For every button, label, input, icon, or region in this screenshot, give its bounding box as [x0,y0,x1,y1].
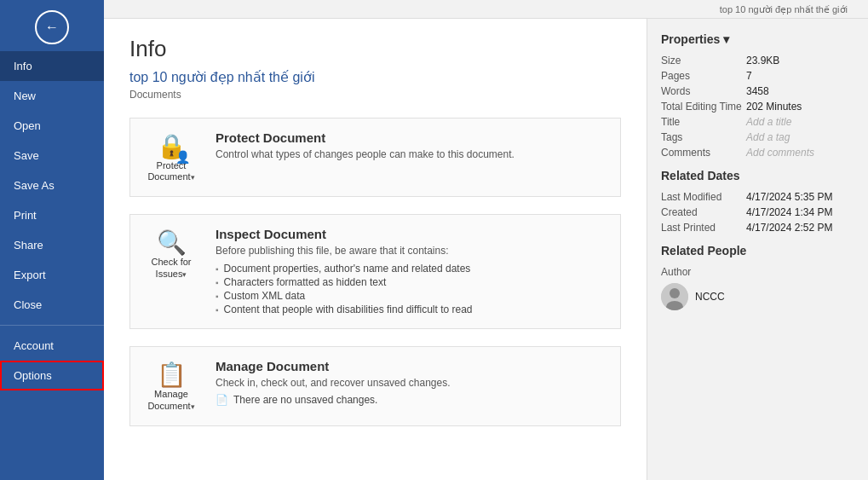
bullet-item: Custom XML data [216,289,603,303]
prop-row-comments: Comments Add comments [661,147,854,159]
top-bar: top 10 người đẹp nhất thế giới [104,0,868,19]
manage-title: Manage Document [216,359,603,373]
prop-value-last-printed: 4/17/2024 2:52 PM [746,222,832,234]
protect-desc: Control what types of changes people can… [216,148,603,160]
sidebar-item-close[interactable]: Close [0,290,104,320]
lock-icon-wrapper: 🔒 👤 [157,132,187,160]
sidebar-item-options[interactable]: Options [0,361,104,390]
prop-label-last-printed: Last Printed [661,222,746,234]
prop-row-last-modified: Last Modified 4/17/2024 5:35 PM [661,191,854,203]
sidebar-item-new[interactable]: New [0,81,104,111]
prop-row-tags: Tags Add a tag [661,131,854,143]
back-button[interactable]: ← [35,10,69,44]
prop-label-pages: Pages [661,70,746,82]
document-name: top 10 người đẹp nhất thế giới [129,69,621,85]
manage-note: There are no unsaved changes. [233,394,377,406]
prop-value-size: 23.9KB [746,55,779,67]
prop-value-created: 4/17/2024 1:34 PM [746,206,832,218]
person-on-lock-icon: 👤 [175,150,190,164]
inspect-section: 🔍 Check forIssues▾ Inspect Document Befo… [129,214,621,329]
prop-label-last-modified: Last Modified [661,191,746,203]
inspect-desc: Before publishing this file, be aware th… [216,245,603,257]
info-panel: Info top 10 người đẹp nhất thế giới Docu… [104,19,647,480]
properties-panel: Properties ▾ Size 23.9KB Pages 7 Words 3… [647,19,868,480]
properties-title: Properties ▾ [661,32,854,46]
prop-row-words: Words 3458 [661,85,854,97]
author-name: NCCC [695,291,725,303]
inspect-icon-label: Check forIssues▾ [151,257,191,279]
manage-desc: Check in, check out, and recover unsaved… [216,377,603,389]
sidebar-item-share[interactable]: Share [0,230,104,260]
prop-value-comments[interactable]: Add comments [746,147,814,159]
sidebar-item-save[interactable]: Save [0,141,104,171]
prop-label-created: Created [661,206,746,218]
bullet-item: Document properties, author's name and r… [216,262,603,275]
prop-label-editing-time: Total Editing Time [661,101,746,113]
sidebar-item-export[interactable]: Export [0,260,104,290]
sidebar-item-save-as[interactable]: Save As [0,171,104,200]
protect-body: Protect Document Control what types of c… [205,125,613,171]
prop-value-words: 3458 [746,85,769,97]
prop-row-author: Author [661,266,854,278]
protect-section: 🔒 👤 ProtectDocument▾ Protect Document Co… [129,118,621,197]
related-people-title: Related People [661,244,854,257]
prop-label-comments: Comments [661,147,746,159]
main-content: top 10 người đẹp nhất thế giới Info top … [104,0,868,480]
manage-icon-label: ManageDocument▾ [147,389,194,411]
avatar [661,283,688,310]
bullet-item: Content that people with disabilities fi… [216,303,603,316]
sidebar-item-open[interactable]: Open [0,111,104,141]
page-title: Info [129,36,621,62]
manage-section: 📋 ManageDocument▾ Manage Document Check … [129,346,621,425]
manage-icon-area[interactable]: 📋 ManageDocument▾ [137,354,205,418]
sidebar-item-account[interactable]: Account [0,331,104,361]
manage-note-icon: 📄 [216,394,228,406]
author-row: NCCC [661,283,854,310]
sidebar-divider [0,325,104,326]
bullet-item: Characters formatted as hidden text [216,275,603,289]
related-dates-title: Related Dates [661,169,854,182]
prop-value-editing-time: 202 Minutes [746,101,802,113]
breadcrumb-text: top 10 người đẹp nhất thế giới [720,4,848,14]
protect-title: Protect Document [216,130,603,145]
prop-row-editing-time: Total Editing Time 202 Minutes [661,101,854,113]
svg-point-1 [670,288,680,298]
protect-icon-area[interactable]: 🔒 👤 ProtectDocument▾ [137,125,205,189]
prop-label-author: Author [661,266,746,278]
prop-row-title: Title Add a title [661,116,854,128]
inspect-body: Inspect Document Before publishing this … [205,222,613,321]
prop-row-last-printed: Last Printed 4/17/2024 2:52 PM [661,222,854,234]
manage-icon: 📋 [157,361,187,389]
properties-table: Size 23.9KB Pages 7 Words 3458 Total Edi… [661,55,854,159]
inspect-title: Inspect Document [216,227,603,241]
manage-note-row: 📄 There are no unsaved changes. [216,394,603,406]
prop-value-tags[interactable]: Add a tag [746,131,790,143]
prop-value-last-modified: 4/17/2024 5:35 PM [746,191,832,203]
document-path: Documents [129,89,621,101]
prop-row-size: Size 23.9KB [661,55,854,67]
inspect-bullets: Document properties, author's name and r… [216,262,603,316]
prop-label-tags: Tags [661,131,746,143]
sidebar-item-print[interactable]: Print [0,200,104,230]
sidebar: ← Info New Open Save Save As Print Share… [0,0,104,480]
prop-label-title: Title [661,116,746,128]
prop-row-created: Created 4/17/2024 1:34 PM [661,206,854,218]
content-area: Info top 10 người đẹp nhất thế giới Docu… [104,19,868,480]
prop-value-pages: 7 [746,70,752,82]
inspect-icon-area[interactable]: 🔍 Check forIssues▾ [137,222,205,286]
inspect-icon: 🔍 [157,228,187,257]
sidebar-item-info[interactable]: Info [0,51,104,81]
related-dates-table: Last Modified 4/17/2024 5:35 PM Created … [661,191,854,234]
prop-label-size: Size [661,55,746,67]
prop-value-title[interactable]: Add a title [746,116,791,128]
manage-body: Manage Document Check in, check out, and… [205,354,613,411]
prop-row-pages: Pages 7 [661,70,854,82]
avatar-icon [661,283,688,310]
prop-label-words: Words [661,85,746,97]
